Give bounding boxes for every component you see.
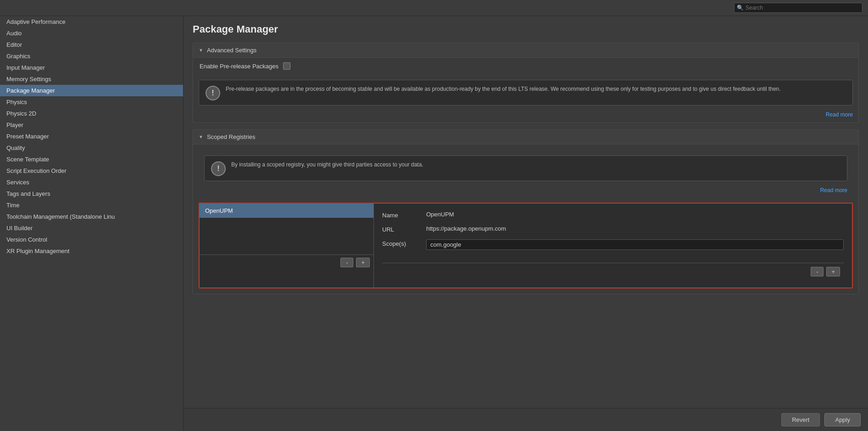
bottom-bar: Revert Apply — [184, 408, 868, 431]
pre-release-row: Enable Pre-release Packages — [193, 58, 858, 74]
advanced-settings-info-box: ! Pre-release packages are in the proces… — [199, 80, 853, 105]
sidebar-item-physics-2d[interactable]: Physics 2D — [0, 108, 183, 119]
registry-list-plus-btn[interactable]: + — [356, 258, 370, 267]
advanced-settings-info-text: Pre-release packages are in the process … — [226, 85, 846, 93]
sidebar-item-version-control[interactable]: Version Control — [0, 234, 183, 245]
scoped-registries-info-box: ! By installing a scoped registry, you m… — [204, 155, 847, 181]
sidebar-item-quality[interactable]: Quality — [0, 142, 183, 154]
sidebar-item-physics[interactable]: Physics — [0, 96, 183, 108]
advanced-settings-section: ▼ Advanced Settings Enable Pre-release P… — [193, 43, 859, 123]
search-wrap: 🔍 — [734, 3, 862, 13]
sidebar-item-package-manager[interactable]: Package Manager — [0, 85, 183, 96]
scoped-registries-title: Scoped Registries — [207, 133, 256, 140]
pre-release-toggle[interactable] — [283, 62, 290, 70]
registry-list-minus-btn[interactable]: - — [340, 258, 353, 267]
top-bar: 🔍 — [0, 0, 868, 16]
warning-icon: ! — [206, 86, 220, 100]
search-icon: 🔍 — [737, 5, 744, 11]
detail-scopes-input[interactable] — [426, 239, 844, 250]
detail-url-value: https://package.openupm.com — [426, 225, 844, 232]
sidebar-item-time[interactable]: Time — [0, 199, 183, 211]
registry-detail-plus-btn[interactable]: + — [826, 267, 840, 276]
registry-detail: Name OpenUPM URL https://package.openupm… — [374, 204, 852, 287]
registry-list: OpenUPM - + — [200, 204, 374, 287]
sidebar-item-services[interactable]: Services — [0, 177, 183, 188]
content-inner: Package Manager ▼ Advanced Settings Enab… — [184, 16, 868, 408]
registry-detail-footer: - + — [382, 263, 844, 280]
scoped-registries-section: ▼ Scoped Registries ! By installing a sc… — [193, 129, 859, 294]
page-title: Package Manager — [193, 23, 859, 35]
scoped-registries-info-text: By installing a scoped registry, you mig… — [231, 160, 840, 169]
pre-release-label: Enable Pre-release Packages — [200, 63, 278, 70]
sidebar-item-ui-builder[interactable]: UI Builder — [0, 222, 183, 234]
advanced-settings-triangle: ▼ — [199, 48, 203, 53]
sidebar-item-graphics[interactable]: Graphics — [0, 50, 183, 62]
registry-list-footer: - + — [200, 254, 373, 270]
scoped-warning-icon: ! — [211, 161, 226, 176]
scoped-registries-triangle: ▼ — [199, 134, 203, 139]
scoped-registries-header[interactable]: ▼ Scoped Registries — [193, 130, 858, 144]
sidebar-item-scene-template[interactable]: Scene Template — [0, 154, 183, 165]
sidebar-item-script-execution-order[interactable]: Script Execution Order — [0, 165, 183, 177]
registry-container: OpenUPM - + Name OpenUPM — [199, 203, 853, 288]
search-input[interactable] — [734, 3, 862, 13]
main-layout: Adaptive PerformanceAudioEditorGraphicsI… — [0, 16, 868, 431]
sidebar-item-toolchain-management[interactable]: Toolchain Management (Standalone Linu — [0, 211, 183, 222]
sidebar-item-player[interactable]: Player — [0, 119, 183, 131]
advanced-settings-title: Advanced Settings — [207, 47, 256, 54]
detail-row-url: URL https://package.openupm.com — [382, 225, 844, 233]
advanced-read-more-link[interactable]: Read more — [826, 111, 853, 118]
detail-url-label: URL — [382, 225, 419, 233]
detail-scopes-label: Scope(s) — [382, 239, 419, 247]
advanced-settings-header[interactable]: ▼ Advanced Settings — [193, 43, 858, 58]
sidebar-item-memory-settings[interactable]: Memory Settings — [0, 73, 183, 85]
scoped-read-more-link[interactable]: Read more — [820, 187, 847, 193]
scoped-registries-content: ! By installing a scoped registry, you m… — [193, 144, 858, 294]
sidebar: Adaptive PerformanceAudioEditorGraphicsI… — [0, 16, 184, 431]
detail-name-value: OpenUPM — [426, 211, 844, 218]
detail-name-label: Name — [382, 211, 419, 219]
revert-button[interactable]: Revert — [781, 413, 820, 426]
detail-row-name: Name OpenUPM — [382, 211, 844, 219]
sidebar-item-audio[interactable]: Audio — [0, 28, 183, 39]
sidebar-item-xr-plugin-management[interactable]: XR Plugin Management — [0, 245, 183, 257]
registry-detail-minus-btn[interactable]: - — [811, 267, 823, 276]
detail-row-scopes: Scope(s) — [382, 239, 844, 250]
sidebar-item-tags-and-layers[interactable]: Tags and Layers — [0, 188, 183, 199]
sidebar-item-preset-manager[interactable]: Preset Manager — [0, 131, 183, 142]
registry-list-item-openupm[interactable]: OpenUPM — [200, 204, 373, 218]
content-area: Package Manager ▼ Advanced Settings Enab… — [184, 16, 868, 431]
sidebar-item-editor[interactable]: Editor — [0, 39, 183, 50]
scoped-read-more-wrap: Read more — [199, 187, 853, 198]
sidebar-item-input-manager[interactable]: Input Manager — [0, 62, 183, 73]
advanced-read-more-wrap: Read more — [193, 111, 858, 122]
sidebar-item-adaptive-performance[interactable]: Adaptive Performance — [0, 16, 183, 28]
apply-button[interactable]: Apply — [824, 413, 861, 426]
